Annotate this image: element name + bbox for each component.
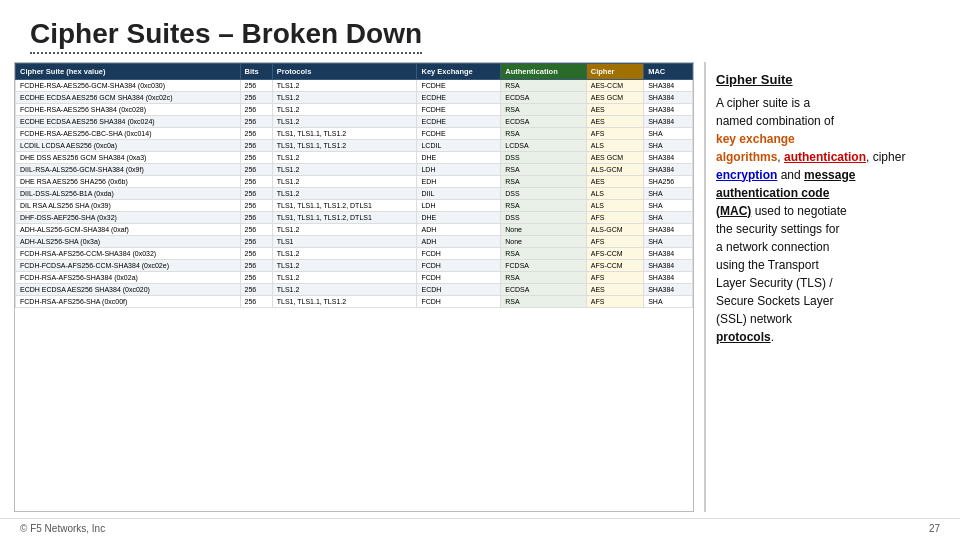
table-row: FCDH-RSA-AFS256-CCM-SHA384 (0x032)256TLS…	[16, 248, 693, 260]
table-cell-12-1: 256	[240, 224, 272, 236]
table-cell-2-6: SHA384	[644, 104, 693, 116]
table-container: Cipher Suite (hex value) Bits Protocols …	[14, 62, 694, 512]
table-cell-18-2: TLS1, TLS1.1, TLS1.2	[272, 296, 417, 308]
table-cell-4-2: TLS1, TLS1.1, TLS1.2	[272, 128, 417, 140]
table-cell-15-4: FCDSA	[501, 260, 587, 272]
table-cell-13-0: ADH-ALS256-SHA (0x3a)	[16, 236, 241, 248]
table-cell-8-6: SHA256	[644, 176, 693, 188]
table-cell-3-0: ECDHE ECDSA AES256 SHA384 (0xc024)	[16, 116, 241, 128]
table-cell-7-3: LDH	[417, 164, 501, 176]
table-cell-15-2: TLS1.2	[272, 260, 417, 272]
table-row: LCDIL LCDSA AES256 (0xc0a)256TLS1, TLS1.…	[16, 140, 693, 152]
highlight-authentication: authentication	[784, 150, 866, 164]
table-cell-7-6: SHA384	[644, 164, 693, 176]
footer-copyright: © F5 Networks, Inc	[20, 523, 105, 534]
table-cell-2-2: TLS1.2	[272, 104, 417, 116]
table-row: DHF-DSS-AEF256-SHA (0x32)256TLS1, TLS1.1…	[16, 212, 693, 224]
highlight-key-exchange: key exchangealgorithms	[716, 132, 795, 164]
table-cell-12-3: ADH	[417, 224, 501, 236]
table-cell-17-3: ECDH	[417, 284, 501, 296]
table-cell-1-2: TLS1.2	[272, 92, 417, 104]
table-cell-11-4: DSS	[501, 212, 587, 224]
table-cell-14-5: AFS-CCM	[586, 248, 643, 260]
table-cell-3-5: AES	[586, 116, 643, 128]
table-cell-7-1: 256	[240, 164, 272, 176]
table-cell-18-1: 256	[240, 296, 272, 308]
table-row: FCDHE-RSA-AES256 SHA384 (0xc028)256TLS1.…	[16, 104, 693, 116]
table-cell-10-2: TLS1, TLS1.1, TLS1.2, DTLS1	[272, 200, 417, 212]
page-header: Cipher Suites – Broken Down	[0, 0, 960, 62]
table-cell-17-2: TLS1.2	[272, 284, 417, 296]
table-cell-6-1: 256	[240, 152, 272, 164]
table-cell-5-1: 256	[240, 140, 272, 152]
table-cell-1-1: 256	[240, 92, 272, 104]
table-cell-13-1: 256	[240, 236, 272, 248]
table-cell-18-3: FCDH	[417, 296, 501, 308]
table-cell-1-4: ECDSA	[501, 92, 587, 104]
table-cell-2-5: AES	[586, 104, 643, 116]
table-cell-14-6: SHA384	[644, 248, 693, 260]
sidebar-title: Cipher Suite	[716, 70, 936, 90]
table-cell-9-5: ALS	[586, 188, 643, 200]
table-cell-16-1: 256	[240, 272, 272, 284]
table-cell-5-0: LCDIL LCDSA AES256 (0xc0a)	[16, 140, 241, 152]
col-header-suite: Cipher Suite (hex value)	[16, 64, 241, 80]
page-footer: © F5 Networks, Inc 27	[0, 518, 960, 534]
table-cell-18-0: FCDH-RSA-AFS256-SHA (0xc00f)	[16, 296, 241, 308]
table-cell-12-6: SHA384	[644, 224, 693, 236]
table-cell-10-1: 256	[240, 200, 272, 212]
table-cell-11-1: 256	[240, 212, 272, 224]
table-cell-0-2: TLS1.2	[272, 80, 417, 92]
table-cell-16-2: TLS1.2	[272, 272, 417, 284]
col-header-bits: Bits	[240, 64, 272, 80]
table-cell-3-2: TLS1.2	[272, 116, 417, 128]
table-cell-6-6: SHA384	[644, 152, 693, 164]
col-header-auth: Authentication	[501, 64, 587, 80]
table-cell-9-4: DSS	[501, 188, 587, 200]
table-cell-15-5: AFS-CCM	[586, 260, 643, 272]
table-cell-15-0: FCDH-FCDSA-AFS256-CCM-SHA384 (0xc02e)	[16, 260, 241, 272]
table-cell-14-4: RSA	[501, 248, 587, 260]
table-cell-10-0: DIL RSA ALS256 SHA (0x39)	[16, 200, 241, 212]
table-cell-17-1: 256	[240, 284, 272, 296]
table-cell-0-4: RSA	[501, 80, 587, 92]
table-cell-1-0: ECDHE ECDSA AES256 GCM SHA384 (0xc02c)	[16, 92, 241, 104]
table-cell-9-1: 256	[240, 188, 272, 200]
table-cell-10-5: ALS	[586, 200, 643, 212]
table-cell-0-1: 256	[240, 80, 272, 92]
table-row: DHE DSS AES256 GCM SHA384 (0xa3)256TLS1.…	[16, 152, 693, 164]
table-cell-0-0: FCDHE-RSA-AES256-GCM-SHA384 (0xc030)	[16, 80, 241, 92]
table-cell-6-5: AES GCM	[586, 152, 643, 164]
table-cell-17-6: SHA384	[644, 284, 693, 296]
table-cell-9-2: TLS1.2	[272, 188, 417, 200]
table-cell-15-6: SHA384	[644, 260, 693, 272]
table-row: FCDH-RSA-AFS256-SHA (0xc00f)256TLS1, TLS…	[16, 296, 693, 308]
sidebar-description: Cipher Suite A cipher suite is a named c…	[704, 62, 946, 512]
table-cell-5-3: LCDIL	[417, 140, 501, 152]
table-cell-2-1: 256	[240, 104, 272, 116]
table-cell-2-4: RSA	[501, 104, 587, 116]
table-cell-1-3: ECDHE	[417, 92, 501, 104]
table-cell-11-0: DHF-DSS-AEF256-SHA (0x32)	[16, 212, 241, 224]
content-area: Cipher Suite (hex value) Bits Protocols …	[0, 62, 960, 512]
table-cell-11-2: TLS1, TLS1.1, TLS1.2, DTLS1	[272, 212, 417, 224]
table-cell-12-2: TLS1.2	[272, 224, 417, 236]
table-row: FCDHE-RSA-AES256-CBC-SHA (0xc014)256TLS1…	[16, 128, 693, 140]
table-cell-16-3: FCDH	[417, 272, 501, 284]
table-cell-8-3: EDH	[417, 176, 501, 188]
table-cell-3-1: 256	[240, 116, 272, 128]
table-cell-4-1: 256	[240, 128, 272, 140]
table-cell-13-6: SHA	[644, 236, 693, 248]
table-cell-6-0: DHE DSS AES256 GCM SHA384 (0xa3)	[16, 152, 241, 164]
table-row: DHE RSA AES256 SHA256 (0x6b)256TLS1.2EDH…	[16, 176, 693, 188]
footer-page-number: 27	[929, 523, 940, 534]
table-cell-14-0: FCDH-RSA-AFS256-CCM-SHA384 (0x032)	[16, 248, 241, 260]
table-cell-12-5: ALS-GCM	[586, 224, 643, 236]
table-cell-7-2: TLS1.2	[272, 164, 417, 176]
table-cell-9-0: DIIL-DSS-ALS256-B1A (0xda)	[16, 188, 241, 200]
table-cell-10-3: LDH	[417, 200, 501, 212]
table-cell-10-6: SHA	[644, 200, 693, 212]
table-cell-8-2: TLS1.2	[272, 176, 417, 188]
table-cell-2-0: FCDHE-RSA-AES256 SHA384 (0xc028)	[16, 104, 241, 116]
table-cell-4-5: AFS	[586, 128, 643, 140]
